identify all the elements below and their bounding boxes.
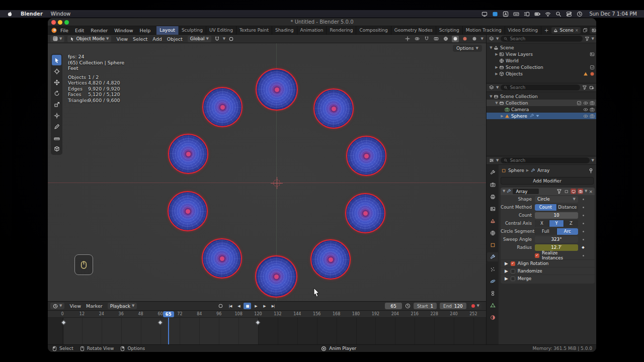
segment-option-count[interactable]: Count [535, 204, 556, 211]
properties-tab-data[interactable] [487, 301, 498, 310]
checkbox-icon[interactable] [590, 65, 595, 70]
workspace-tab-motion-tracking[interactable]: Motion Tracking [463, 26, 505, 35]
outliner1-row-objects[interactable]: ▶Objects [487, 70, 596, 77]
decorator-dot[interactable] [578, 223, 588, 224]
timeline-menu-marker[interactable]: Marker [86, 303, 103, 309]
decorator-dot[interactable] [578, 239, 588, 240]
overlays-icon[interactable] [414, 36, 421, 42]
auto-keyframe-icon[interactable] [218, 303, 223, 309]
decorator-dot[interactable] [578, 255, 588, 256]
disclosure-right-icon[interactable]: ▶ [500, 114, 505, 118]
viewport-menu-add[interactable]: Add [152, 36, 162, 42]
keyboard-icon[interactable] [513, 11, 519, 17]
timeline-menu-view[interactable]: View [69, 303, 81, 309]
proportional-edit-icon[interactable] [228, 36, 234, 42]
properties-tab-world[interactable] [487, 228, 498, 237]
control-center-icon[interactable] [566, 11, 572, 17]
segment-option-x[interactable]: X [535, 220, 549, 227]
segment-option-arc[interactable]: Arc [557, 228, 579, 235]
mouse-nav-widget[interactable] [74, 254, 93, 275]
new-scene-icon[interactable] [583, 28, 588, 33]
disclosure-down-icon[interactable]: ▼ [494, 101, 499, 105]
workspace-tab-geometry-nodes[interactable]: Geometry Nodes [391, 26, 436, 35]
workspace-tab-uv-editing[interactable]: UV Editing [206, 26, 236, 35]
topbar-menu-help[interactable]: Help [140, 28, 151, 33]
properties-search[interactable]: Search [501, 157, 589, 163]
workspace-tab-sculpting[interactable]: Sculpting [179, 26, 206, 35]
array-sphere-1[interactable] [256, 68, 298, 111]
breadcrumb-object[interactable]: Sphere [508, 168, 524, 173]
checkbox-row-realize-instances[interactable]: ✓Realize Instances [535, 250, 578, 260]
slider-field-sweep-angle[interactable]: 323° [535, 236, 578, 243]
add-workspace-button[interactable]: + [541, 26, 551, 35]
camera-photo-icon[interactable] [590, 114, 595, 119]
decorator-dot[interactable] [578, 199, 588, 200]
tool-move[interactable] [52, 77, 61, 87]
workspace-tab-shading[interactable]: Shading [272, 26, 297, 35]
number-field-count[interactable]: 10 [535, 212, 578, 219]
array-sphere-8[interactable] [202, 238, 242, 279]
checkbox-align-rotation[interactable]: ✓ [511, 261, 515, 266]
close-window-button[interactable] [51, 20, 56, 25]
outliner1-row-scene[interactable]: ▼Scene [487, 44, 596, 51]
outliner2-row-scene-collection[interactable]: ▼Scene Collection [487, 93, 596, 100]
modifier-extras-chevron-icon[interactable]: ▼ [585, 190, 587, 193]
properties-editor-icon[interactable] [489, 158, 494, 163]
filter-icon[interactable] [582, 85, 587, 90]
subpanel-align-rotation[interactable]: ▶✓Align Rotation [501, 259, 595, 267]
disclosure-right-icon[interactable]: ▶ [505, 261, 508, 266]
apple-icon[interactable] [7, 11, 13, 17]
properties-tab-particles[interactable] [487, 264, 498, 274]
outliner-scenes-search[interactable]: Search [501, 36, 582, 42]
outliner2-row-collection[interactable]: ▼Collection [487, 100, 596, 106]
tool-add-cube[interactable] [52, 143, 61, 154]
array-sphere-6[interactable] [168, 191, 208, 231]
decorator-dot[interactable] [578, 231, 588, 232]
topbar-menu-window[interactable]: Window [114, 28, 133, 33]
subpanel-merge[interactable]: ▶Merge [501, 275, 595, 282]
modifier-filter-icon[interactable] [556, 189, 562, 194]
outliner-collections-search[interactable]: Search [501, 84, 580, 90]
tool-rotate[interactable] [52, 88, 61, 99]
wifi-icon[interactable] [545, 11, 551, 17]
current-frame-field[interactable]: 65 [385, 303, 402, 309]
camera-photo-icon[interactable] [590, 101, 595, 106]
gizmo-icon[interactable] [404, 36, 411, 42]
modifier-close-icon[interactable]: × [589, 189, 593, 194]
tool-scale[interactable] [52, 99, 61, 110]
disclosure-right-icon[interactable]: ▶ [505, 268, 508, 274]
eye-icon[interactable] [583, 114, 588, 119]
search-icon[interactable] [555, 11, 561, 17]
modifier-realtime-toggle-icon[interactable] [571, 189, 576, 194]
array-sphere-4[interactable] [168, 134, 208, 174]
orientation-selector[interactable]: Global ▼ [188, 36, 211, 42]
breadcrumb-modifier[interactable]: Array [537, 168, 549, 173]
scene-selector[interactable]: Scene × [551, 27, 580, 34]
checkbox-realize-instances[interactable]: ✓ [535, 253, 539, 258]
decorator-dot[interactable] [578, 207, 588, 208]
outliner-editor-icon[interactable] [489, 85, 494, 90]
timeline-editor-selector[interactable]: ▼ [50, 303, 64, 309]
properties-tab-physics[interactable] [487, 277, 498, 286]
filter-icon[interactable] [585, 36, 590, 41]
array-sphere-2[interactable] [202, 87, 243, 127]
workspace-tab-layout[interactable]: Layout [156, 26, 179, 35]
viewport-menu-select[interactable]: Select [133, 36, 147, 42]
properties-tab-constraints[interactable] [487, 289, 498, 298]
outliner1-row-scene-collection[interactable]: ▶Scene Collection [487, 64, 596, 70]
photo-icon[interactable] [590, 52, 595, 57]
viewport-menu-view[interactable]: View [116, 36, 128, 42]
preview-range-clock-icon[interactable] [405, 303, 411, 309]
workspace-tab-scripting[interactable]: Scripting [436, 26, 463, 35]
segment-option-z[interactable]: Z [564, 220, 578, 227]
chevron-down-icon[interactable]: ▼ [503, 190, 505, 193]
clock-status-icon[interactable] [577, 11, 583, 17]
modifier-editmode-toggle-icon[interactable] [564, 189, 569, 194]
eye-icon[interactable] [583, 101, 588, 106]
outliner1-row-view-layers[interactable]: ▶View Layers [487, 51, 596, 57]
shading-material-icon[interactable] [461, 36, 468, 42]
segment-option-full[interactable]: Full [535, 228, 556, 235]
viewlayer-selector[interactable]: ViewLayer × [590, 27, 596, 34]
workspace-tab-compositing[interactable]: Compositing [356, 26, 391, 35]
frame-start-field[interactable]: Start 1 [414, 303, 437, 309]
